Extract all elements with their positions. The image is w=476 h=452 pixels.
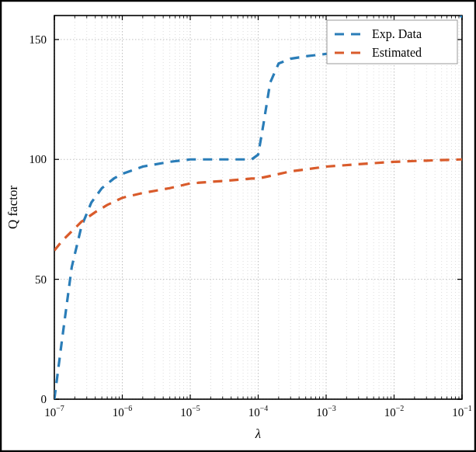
svg-text:0: 0 <box>41 393 47 405</box>
svg-text:10−7: 10−7 <box>44 404 64 419</box>
svg-text:150: 150 <box>30 33 47 46</box>
svg-text:10−1: 10−1 <box>452 404 472 419</box>
svg-rect-60 <box>54 16 462 399</box>
line-chart: 10−710−610−510−410−310−210−1050100150λQ … <box>0 0 476 452</box>
svg-text:Q factor: Q factor <box>5 186 20 230</box>
legend-label-est: Estimated <box>372 46 422 59</box>
chart-container: 10−710−610−510−410−310−210−1050100150λQ … <box>0 0 476 452</box>
legend-label-exp: Exp. Data <box>372 27 422 41</box>
svg-text:10−5: 10−5 <box>180 404 200 419</box>
svg-text:50: 50 <box>35 273 47 286</box>
series-exp-data <box>54 16 462 399</box>
svg-text:10−3: 10−3 <box>316 404 336 419</box>
svg-text:10−6: 10−6 <box>113 404 133 419</box>
svg-text:10−4: 10−4 <box>248 404 269 419</box>
svg-text:100: 100 <box>30 153 47 165</box>
svg-text:10−2: 10−2 <box>384 404 405 419</box>
svg-text:λ: λ <box>255 426 261 441</box>
